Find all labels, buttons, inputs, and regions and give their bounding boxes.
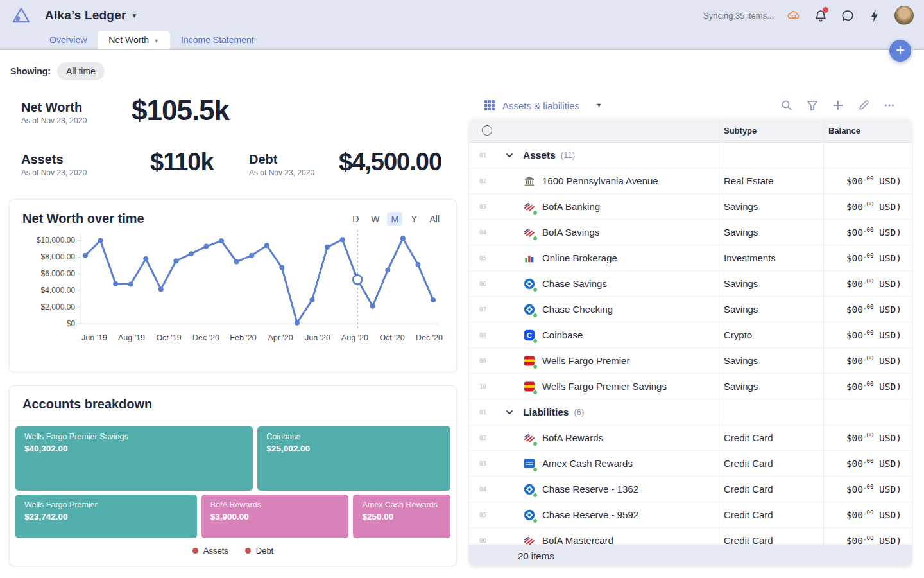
row-number: 04 xyxy=(469,486,505,493)
subtype-cell: Savings xyxy=(724,227,758,238)
treemap-tile: Coinbase$25,002.00 xyxy=(257,426,450,491)
svg-text:Apr '20: Apr '20 xyxy=(268,333,293,342)
row-number: 08 xyxy=(469,332,505,338)
account-name: Amex Cash Rewards xyxy=(542,458,633,469)
bofa-icon xyxy=(523,432,536,444)
account-row[interactable]: 03BofA BankingSavings$00.00 USD) xyxy=(469,194,912,220)
group-row-liabilities[interactable]: 01Liabilities(6) xyxy=(469,399,912,425)
app-logo-icon xyxy=(10,4,32,26)
collapse-chevron-icon[interactable] xyxy=(505,151,519,160)
account-row[interactable]: 021600 Pennsylvania AvenueReal Estate$00… xyxy=(469,168,912,194)
balance-cell: $00.00 USD) xyxy=(846,432,902,443)
chat-bubble-icon[interactable] xyxy=(841,8,855,22)
svg-text:Dec '20: Dec '20 xyxy=(416,333,443,342)
add-record-fab-button[interactable]: + xyxy=(889,40,911,62)
account-name: Chase Checking xyxy=(542,304,613,315)
account-name: BofA Rewards xyxy=(542,432,603,443)
account-row[interactable]: 07Chase CheckingSavings$00.00 USD) xyxy=(469,297,912,322)
select-all-circle[interactable] xyxy=(482,125,492,136)
tile-account-name: BofA Rewards xyxy=(210,500,340,509)
tile-account-value: $23,742.00 xyxy=(24,512,188,521)
sync-status-dot xyxy=(533,313,538,318)
row-number: 09 xyxy=(469,358,505,364)
subtype-cell: Crypto xyxy=(724,329,752,340)
subtype-cell: Credit Card xyxy=(724,484,773,495)
group-row-assets[interactable]: 01Assets(11) xyxy=(469,143,912,168)
period-option-y[interactable]: Y xyxy=(406,212,422,226)
chase-icon xyxy=(523,303,536,316)
account-name: Chase Reserve - 9592 xyxy=(542,509,638,520)
account-row[interactable]: 05Online BrokerageInvestments$00.00 USD) xyxy=(469,245,912,271)
sync-status-dot xyxy=(533,236,538,241)
subtype-cell: Real Estate xyxy=(724,175,774,186)
tab-bar: OverviewNet Worth▼Income Statement xyxy=(0,31,924,50)
sync-status: Syncing 35 items... xyxy=(703,11,774,21)
row-number: 07 xyxy=(469,306,505,313)
subtype-cell: Credit Card xyxy=(724,458,773,469)
view-caret-icon[interactable]: ▼ xyxy=(596,102,602,109)
sync-status-dot xyxy=(533,467,538,472)
account-row[interactable]: 04BofA SavingsSavings$00.00 USD) xyxy=(469,220,912,245)
bofa-icon xyxy=(523,200,536,213)
table-header: Subtype Balance xyxy=(469,119,912,143)
bofa-icon xyxy=(523,226,536,239)
accounts-breakdown-card: Accounts breakdown Wells Fargo Premier S… xyxy=(9,385,457,566)
account-row[interactable]: 10Wells Fargo Premier SavingsSavings$00.… xyxy=(469,374,912,399)
balance-cell: $00.00 USD) xyxy=(846,355,902,366)
treemap-legend: AssetsDebt xyxy=(10,546,456,556)
app-title-caret-icon[interactable]: ▼ xyxy=(132,12,138,19)
sync-status-dot xyxy=(533,287,538,292)
lightning-bolt-icon[interactable] xyxy=(868,8,882,22)
period-toggle-group: DWMYAll xyxy=(348,212,443,226)
account-name: BofA Banking xyxy=(542,201,600,212)
column-header-subtype[interactable]: Subtype xyxy=(724,126,757,136)
add-plus-icon[interactable] xyxy=(832,100,844,111)
search-icon[interactable] xyxy=(781,100,792,111)
sync-cloud-icon xyxy=(787,8,801,22)
accounts-breakdown-title: Accounts breakdown xyxy=(22,397,152,411)
tab-income-statement[interactable]: Income Statement xyxy=(170,30,265,49)
account-row[interactable]: 03Amex Cash RewardsCredit Card$00.00 USD… xyxy=(469,451,912,477)
view-name[interactable]: Assets & liabilities xyxy=(502,100,579,111)
tile-account-value: $3,900.00 xyxy=(210,512,340,521)
sync-status-dot xyxy=(533,390,538,395)
edit-pencil-icon[interactable] xyxy=(858,100,869,111)
period-option-all[interactable]: All xyxy=(425,212,443,226)
notifications-bell-icon[interactable] xyxy=(814,8,828,22)
column-header-balance[interactable]: Balance xyxy=(828,126,860,136)
chart-title: Net Worth over time xyxy=(22,211,144,226)
account-row[interactable]: 09Wells Fargo PremierSavings$00.00 USD) xyxy=(469,348,912,374)
tile-account-name: Amex Cash Rewards xyxy=(362,500,441,509)
grid-view-icon[interactable] xyxy=(483,99,496,112)
app-header: Alka’s Ledger ▼ Syncing 35 items... xyxy=(0,0,924,31)
legend-item-debt: Debt xyxy=(245,546,273,556)
user-avatar[interactable] xyxy=(894,6,914,25)
account-name: Wells Fargo Premier xyxy=(542,355,629,366)
balance-cell: $00.00 USD) xyxy=(846,484,902,495)
subtype-cell: Savings xyxy=(724,278,758,289)
period-option-w[interactable]: W xyxy=(367,212,383,226)
more-ellipsis-icon[interactable] xyxy=(884,100,895,111)
time-range-chip[interactable]: All time xyxy=(57,62,105,80)
chase-icon xyxy=(523,509,536,521)
account-row[interactable]: 02BofA RewardsCredit Card$00.00 USD) xyxy=(469,425,912,451)
collapse-chevron-icon[interactable] xyxy=(505,408,519,417)
account-row[interactable]: 04Chase Reserve - 1362Credit Card$00.00 … xyxy=(469,477,912,502)
account-row[interactable]: 05Chase Reserve - 9592Credit Card$00.00 … xyxy=(469,502,912,528)
showing-label: Showing: xyxy=(10,66,51,76)
period-option-d[interactable]: D xyxy=(348,212,363,226)
tab-net-worth[interactable]: Net Worth▼ xyxy=(98,30,170,49)
filter-funnel-icon[interactable] xyxy=(807,100,818,111)
net-worth-line-chart: $0$2,000.00$4,000.00$6,000.00$8,000.00$1… xyxy=(10,226,456,361)
row-number: 03 xyxy=(469,460,505,467)
balance-cell: $00.00 USD) xyxy=(846,175,902,186)
tab-overview[interactable]: Overview xyxy=(38,30,98,49)
period-option-m[interactable]: M xyxy=(387,212,402,226)
app-title: Alka’s Ledger xyxy=(45,8,126,22)
account-row[interactable]: 06Chase SavingsSavings$00.00 USD) xyxy=(469,271,912,297)
account-name: Chase Savings xyxy=(542,278,607,289)
treemap-tile: Amex Cash Rewards$250.00 xyxy=(353,495,450,538)
sync-status-dot xyxy=(533,364,538,369)
net-worth-stat-label: Net Worth As of Nov 23, 2020 xyxy=(21,100,87,125)
account-row[interactable]: 08CCoinbaseCrypto$00.00 USD) xyxy=(469,322,912,348)
